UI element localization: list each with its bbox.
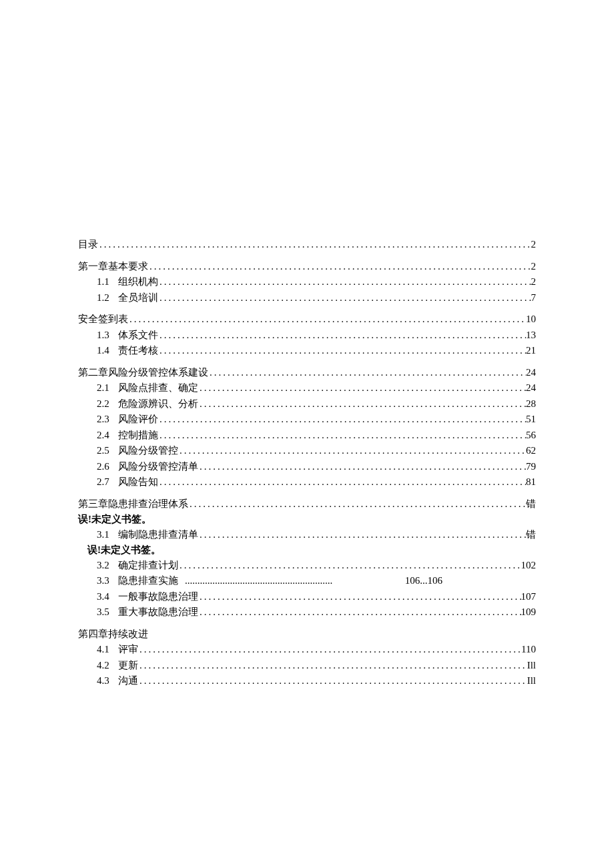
- toc-leader-dots: [184, 573, 405, 588]
- toc-title: 安全签到表: [78, 312, 128, 327]
- toc-page: Ill: [527, 673, 536, 689]
- toc-page: 2: [531, 274, 537, 290]
- toc-entry-3-1: 3.1 编制隐患排查清单 错: [78, 527, 536, 542]
- toc-error-bookmark: 误!未定义书签。: [78, 542, 536, 558]
- toc-entry-1-4: 1.4 责任考核 21: [78, 343, 536, 358]
- toc-page: 28: [526, 396, 536, 412]
- toc-title: 沟通: [118, 673, 138, 689]
- toc-entry-safety: 安全签到表 10: [78, 312, 536, 327]
- toc-number: 3.5: [97, 604, 118, 620]
- toc-page: Ill: [527, 658, 536, 673]
- toc-entry-4-2: 4.2 更新 Ill: [78, 658, 536, 673]
- toc-title: 重大事故隐患治理: [118, 604, 198, 620]
- toc-entry-1-3: 1.3 体系文件 13: [78, 328, 536, 343]
- toc-page: 51: [526, 412, 536, 427]
- toc-leader-dots: [178, 443, 526, 458]
- toc-leader-dots: [158, 274, 531, 290]
- toc-title: 第一章基本要求: [78, 259, 148, 274]
- toc-title: 风险分级管控清单: [118, 459, 198, 474]
- toc-title: 组织机构: [118, 274, 158, 290]
- toc-title: 风险告知: [118, 474, 158, 490]
- toc-entry-3-2: 3.2 确定排查计划 102: [78, 558, 536, 573]
- toc-page: 2: [531, 237, 537, 252]
- toc-leader-dots: [138, 673, 527, 689]
- toc-page: 107: [521, 589, 537, 604]
- toc-page: 109: [521, 604, 537, 620]
- toc-title: 第二章风险分级管控体系建设: [78, 365, 208, 380]
- toc-entry-chapter1: 第一章基本要求 2: [78, 259, 536, 274]
- toc-number: 1.2: [97, 290, 118, 306]
- toc-page: 81: [526, 474, 536, 490]
- toc-leader-dots: [198, 589, 521, 604]
- toc-title: 隐患排查实施: [118, 573, 178, 588]
- toc-page: 106...106: [405, 573, 442, 588]
- toc-number: 4.3: [97, 673, 118, 689]
- toc-entry-2-4: 2.4 控制措施 56: [78, 428, 536, 443]
- toc-entry-4-1: 4.1 评审 110: [78, 642, 536, 657]
- toc-leader-dots: [198, 380, 526, 396]
- toc-entry-2-2: 2.2 危险源辨识、分析 28: [78, 396, 536, 412]
- toc-leader-dots: [188, 496, 526, 512]
- toc-title: 目录: [78, 237, 98, 252]
- toc-page: 79: [526, 459, 536, 474]
- toc-page: 110: [521, 642, 536, 657]
- toc-title: 第三章隐患排查治理体系: [78, 496, 188, 512]
- toc-leader-dots: [198, 604, 521, 620]
- toc-page: 13: [526, 328, 536, 343]
- toc-leader-dots: [158, 328, 526, 343]
- toc-leader-dots: [158, 474, 526, 490]
- toc-entry-2-3: 2.3 风险评价 51: [78, 412, 536, 427]
- toc-number: 2.5: [97, 443, 118, 458]
- toc-entry-1-1: 1.1 组织机构 2: [78, 274, 536, 290]
- toc-leader-dots: [148, 259, 531, 274]
- table-of-contents: 目录 2 第一章基本要求 2 1.1 组织机构 2 1.2 全员培训 7 安全签…: [78, 237, 536, 689]
- toc-entry-3-5: 3.5 重大事故隐患治理 109: [78, 604, 536, 620]
- toc-entry-chapter4: 第四章持续改进: [78, 626, 536, 642]
- toc-number: 2.4: [97, 428, 118, 443]
- toc-leader-dots: [128, 312, 526, 327]
- toc-page: 56: [526, 428, 536, 443]
- toc-number: 3.1: [97, 527, 118, 542]
- toc-page: 7: [531, 290, 537, 306]
- toc-number: 2.3: [97, 412, 118, 427]
- toc-entry-2-5: 2.5 风险分级管控 62: [78, 443, 536, 458]
- toc-entry-4-3: 4.3 沟通 Ill: [78, 673, 536, 689]
- toc-title: 第四章持续改进: [78, 626, 148, 642]
- toc-page: 62: [526, 443, 536, 458]
- toc-title: 风险点排查、确定: [118, 380, 198, 396]
- toc-leader-dots: [158, 343, 526, 358]
- toc-entry-2-1: 2.1 风险点排查、确定 24: [78, 380, 536, 396]
- toc-number: 3.4: [97, 589, 118, 604]
- toc-title: 风险评价: [118, 412, 158, 427]
- toc-number: 2.6: [97, 459, 118, 474]
- toc-title: 编制隐患排查清单: [118, 527, 198, 542]
- toc-leader-dots: [208, 365, 526, 380]
- toc-number: 3.2: [97, 558, 118, 573]
- toc-page: 2: [531, 259, 537, 274]
- toc-page: 错: [526, 527, 536, 542]
- toc-title: 更新: [118, 658, 138, 673]
- toc-page: 102: [521, 558, 537, 573]
- toc-entry-mulu: 目录 2: [78, 237, 536, 252]
- toc-entry-1-2: 1.2 全员培训 7: [78, 290, 536, 306]
- toc-leader-dots: [198, 396, 526, 412]
- toc-leader-dots: [158, 412, 526, 427]
- toc-entry-2-7: 2.7 风险告知 81: [78, 474, 536, 490]
- toc-number: 2.2: [97, 396, 118, 412]
- toc-number: 4.2: [97, 658, 118, 673]
- toc-title: 责任考核: [118, 343, 158, 358]
- toc-entry-3-3: 3.3 隐患排查实施 106...106: [78, 573, 536, 588]
- toc-error-bookmark: 误!未定义书签。: [78, 512, 536, 527]
- toc-title: 控制措施: [118, 428, 158, 443]
- toc-page: 错: [526, 496, 536, 512]
- toc-leader-dots: [198, 459, 526, 474]
- toc-page: 24: [526, 380, 536, 396]
- toc-leader-dots: [198, 527, 526, 542]
- toc-title: 全员培训: [118, 290, 158, 306]
- toc-page: 24: [526, 365, 536, 380]
- toc-entry-chapter3: 第三章隐患排查治理体系 错: [78, 496, 536, 512]
- toc-number: 1.4: [97, 343, 118, 358]
- toc-leader-dots: [178, 558, 521, 573]
- toc-number: 2.1: [97, 380, 118, 396]
- toc-number: 2.7: [97, 474, 118, 490]
